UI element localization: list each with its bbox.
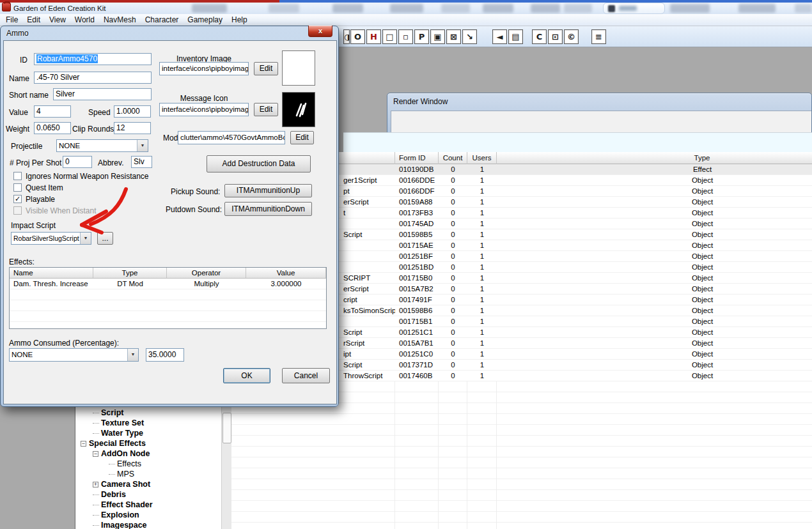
cancel-button[interactable]: Cancel — [282, 368, 330, 383]
menu-item-navmesh[interactable]: NavMesh — [99, 15, 141, 26]
menu-item-file[interactable]: File — [1, 15, 22, 26]
menu-item-world[interactable]: World — [70, 15, 99, 26]
table-row-empty[interactable] — [231, 436, 812, 447]
collapse-icon[interactable]: − — [93, 451, 98, 457]
taskbar-item-active[interactable] — [603, 3, 665, 14]
table-row-empty[interactable] — [231, 414, 812, 425]
close-icon[interactable]: x — [308, 26, 332, 37]
taskbar-item-blurred[interactable] — [795, 4, 812, 13]
impact-script-dropdown[interactable]: RobarSilverSlugScript ▼ — [11, 232, 91, 245]
app-title[interactable]: Garden of Eden Creation Kit — [13, 3, 105, 13]
tree-item-camera-shot[interactable]: +Camera Shot — [93, 480, 150, 490]
tree-scrollbar-thumb[interactable] — [223, 413, 231, 443]
inventory-image-edit-button[interactable]: Edit — [254, 62, 278, 75]
clipped-circle-icon[interactable]: ◑ — [343, 29, 350, 44]
add-destruction-data-button[interactable]: Add Destruction Data — [207, 155, 311, 172]
letter-o-icon[interactable]: O — [350, 29, 365, 44]
impact-script-browse-button[interactable]: ... — [97, 232, 113, 245]
tree-item-effect-shader[interactable]: Effect Shader — [93, 500, 153, 510]
taskbar-item-blurred[interactable] — [390, 4, 423, 13]
message-icon-path[interactable]: interface\icons\pipboyimag — [159, 103, 249, 116]
menu-item-gameplay[interactable]: Gameplay — [183, 15, 227, 26]
lines-icon[interactable]: ≡ — [591, 29, 606, 44]
taskbar-item-blurred[interactable] — [531, 4, 560, 13]
menu-item-edit[interactable]: Edit — [22, 15, 45, 26]
table-row-empty[interactable] — [231, 512, 812, 523]
value-field[interactable]: 4 — [34, 105, 71, 118]
taskbar-item-blurred[interactable] — [332, 4, 363, 13]
checkbox-quest-item[interactable] — [13, 183, 22, 192]
id-field[interactable]: RobarAmmo4570 — [34, 53, 152, 65]
chevron-down-icon[interactable]: ▼ — [127, 349, 138, 361]
letter-p-icon[interactable]: P — [414, 29, 429, 44]
tree-item-texture-set[interactable]: Texture Set — [93, 418, 144, 429]
tree-item-special-effects[interactable]: −Special Effects — [81, 439, 146, 449]
hatch-box-icon[interactable]: ▤ — [508, 29, 523, 44]
cube-icon[interactable]: □ — [382, 29, 397, 44]
effects-column-header-operator[interactable]: Operator — [167, 268, 246, 278]
tree-item-water-type[interactable]: Water Type — [93, 429, 143, 439]
menu-item-view[interactable]: View — [45, 15, 70, 26]
taskbar-item-blurred[interactable] — [564, 4, 592, 13]
taskbar-item-blurred[interactable] — [441, 4, 470, 13]
chevron-down-icon[interactable]: ▼ — [137, 140, 148, 151]
drag-arrow-icon[interactable]: ↘ — [462, 29, 477, 44]
copyright-icon[interactable]: © — [564, 29, 579, 44]
tree-item-addon-node[interactable]: −AddOn Node — [93, 449, 150, 459]
taskbar-item-blurred[interactable] — [738, 4, 776, 13]
table-row-empty[interactable] — [231, 425, 812, 436]
projectile-dropdown[interactable]: NONE ▼ — [56, 139, 148, 152]
chevron-down-icon[interactable]: ▼ — [80, 233, 91, 244]
render-window-viewport[interactable] — [391, 111, 811, 134]
short-name-field[interactable]: Silver — [53, 88, 152, 100]
speed-field[interactable]: 1.0000 — [114, 105, 151, 118]
pickup-sound-button[interactable]: ITMAmmunitionUp — [224, 184, 312, 197]
menu-item-help[interactable]: Help — [227, 15, 252, 26]
weight-field[interactable]: 0.0650 — [34, 122, 71, 134]
abbrev-field[interactable]: Slv — [131, 156, 152, 168]
putdown-sound-button[interactable]: ITMAmmunitionDown — [224, 202, 312, 216]
letter-h-icon[interactable]: H — [366, 29, 381, 44]
column-header-form-id[interactable]: Form ID — [395, 152, 439, 164]
small-square-icon[interactable]: ▫ — [398, 29, 413, 44]
flag-icon[interactable]: ◄ — [492, 29, 507, 44]
tree-item-imagespace[interactable]: Imagespace — [93, 521, 147, 529]
menu-item-character[interactable]: Character — [141, 15, 183, 26]
collapse-icon[interactable]: − — [81, 441, 86, 447]
checkbox-visible-when-distant[interactable] — [13, 206, 22, 215]
table-row-empty[interactable] — [231, 468, 812, 479]
table-row-empty[interactable] — [231, 523, 812, 529]
tree-item-script[interactable]: Script — [93, 408, 123, 418]
expand-icon[interactable]: + — [93, 482, 98, 487]
x-square-icon[interactable]: ⊠ — [446, 29, 461, 44]
c-cube-icon[interactable]: ⊡ — [548, 29, 563, 44]
taskbar-item-blurred[interactable] — [670, 4, 710, 13]
inventory-image-path[interactable]: interface\icons\pipboyimag — [159, 62, 249, 75]
table-row-empty[interactable] — [231, 447, 812, 457]
effects-column-header-type[interactable]: Type — [93, 268, 167, 278]
table-row-empty[interactable] — [231, 479, 812, 490]
ok-button[interactable]: OK — [223, 368, 270, 383]
effects-column-header-name[interactable]: Name — [10, 268, 93, 278]
taskbar-item-blurred[interactable] — [269, 4, 299, 13]
name-field[interactable]: .45-70 Silver — [34, 72, 152, 84]
tree-item-debris[interactable]: Debris — [93, 490, 126, 500]
effects-column-header-value[interactable]: Value — [246, 268, 326, 278]
model-edit-button[interactable]: Edit — [290, 131, 314, 144]
geck-app-icon[interactable] — [2, 3, 11, 12]
tree-item-mps[interactable]: MPS — [109, 470, 134, 480]
taskbar-item-blurred[interactable] — [483, 4, 513, 13]
table-row-empty[interactable] — [231, 457, 812, 468]
message-icon-edit-button[interactable]: Edit — [254, 103, 278, 116]
column-header-count[interactable]: Count — [439, 152, 467, 164]
tree-item-effects[interactable]: Effects — [109, 459, 141, 470]
proj-per-shot-field[interactable]: 0 — [63, 156, 92, 168]
taskbar-item-blurred[interactable] — [192, 4, 227, 13]
checkbox-ignores-normal-weapon-resistance[interactable] — [13, 172, 22, 180]
table-row-empty[interactable] — [231, 490, 812, 501]
checkbox-playable[interactable]: ✓ — [13, 195, 22, 203]
table-row-empty[interactable] — [231, 501, 812, 512]
letter-c-icon[interactable]: C — [532, 29, 547, 44]
model-path[interactable]: clutter\ammo\4570GovtAmmoBo — [178, 131, 285, 144]
ammo-consumed-percent-field[interactable]: 35.0000 — [146, 348, 184, 362]
